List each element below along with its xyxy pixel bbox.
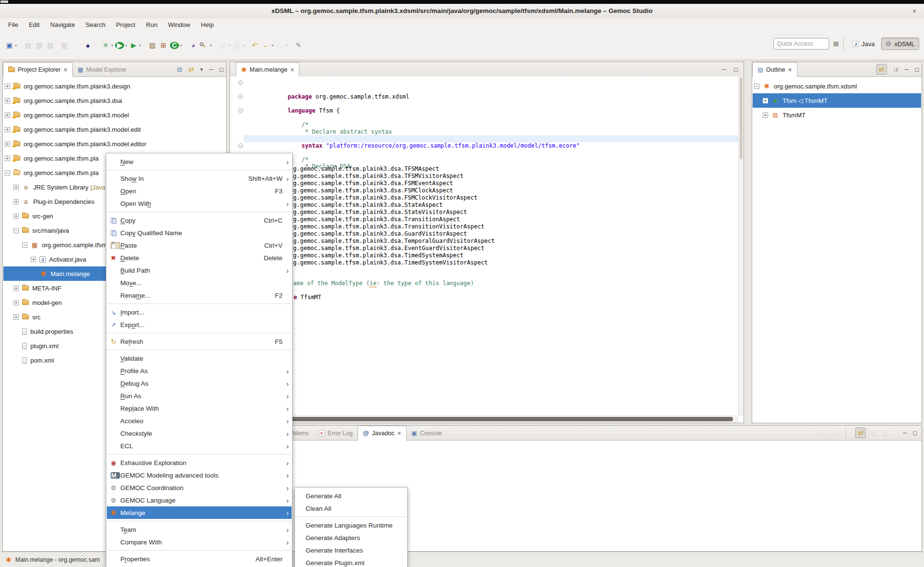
menubar-item[interactable]: File [3, 20, 24, 30]
toolbar-button[interactable]: ▨ ▾ [147, 39, 158, 51]
menu-item[interactable]: ✖ Delete Delete › [107, 252, 292, 264]
menubar-item[interactable]: Run [141, 20, 163, 30]
toolbar-button[interactable]: ▤ ▾ [23, 39, 34, 51]
quick-access-input[interactable] [773, 38, 829, 50]
toolbar-button[interactable]: ▶ ▾ [128, 39, 142, 51]
tree-expander-icon[interactable]: + [13, 199, 19, 204]
menu-item[interactable]: Copy Ctrl+C › [107, 214, 292, 227]
menu-item[interactable]: New › [107, 155, 292, 168]
tree-item[interactable]: + org.gemoc.sample.tfsm.plaink3.dsa [3, 93, 226, 108]
tree-expander-icon[interactable]: − [5, 170, 10, 176]
dropdown-icon[interactable]: ▾ [271, 43, 273, 48]
fold-minus-icon[interactable]: − [238, 94, 243, 99]
toolbar-button[interactable]: ▣ ▾ [4, 39, 18, 51]
view-toolbar-button[interactable]: ⊟ [177, 66, 182, 73]
view-tab[interactable]: @ Javadoc × [358, 426, 407, 441]
perspective-button[interactable]: ⚙ xDSML [881, 38, 919, 50]
scrollbar-thumb[interactable] [740, 77, 743, 159]
dropdown-icon[interactable]: ▾ [229, 43, 231, 48]
toolbar-button[interactable]: ▶ ▾ [114, 39, 128, 51]
scrollbar-thumb[interactable] [236, 417, 733, 421]
menu-item[interactable]: Properties Alt+Enter › [107, 553, 292, 565]
view-toolbar-button[interactable]: ↓z [893, 66, 898, 72]
menu-item[interactable]: Clean All › [295, 502, 407, 515]
menu-item[interactable]: M GEMOC Modeling advanced tools › [107, 469, 292, 481]
close-icon[interactable]: × [398, 429, 401, 437]
view-toolbar-button[interactable]: ⇄ [855, 428, 866, 438]
menu-item[interactable]: Open F3 › [107, 185, 292, 197]
toolbar-button[interactable]: ⊞ ▾ [158, 39, 169, 51]
fold-minus-icon[interactable]: − [238, 143, 243, 148]
toolbar-button[interactable]: ✳ ▾ [100, 39, 114, 51]
tree-item[interactable]: + ◆ Tfsm ◁ TfsmMT [753, 93, 921, 108]
menu-item[interactable]: Acceleo › [107, 415, 292, 427]
tree-expander-icon[interactable]: + [13, 214, 19, 219]
view-tab[interactable]: ▣ Console × [407, 426, 447, 440]
menu-item[interactable]: Run As › [107, 390, 292, 402]
dropdown-icon[interactable]: ▾ [125, 43, 127, 48]
vertical-scrollbar[interactable] [738, 76, 744, 416]
tree-expander-icon[interactable]: + [5, 84, 10, 89]
tree-expander-icon[interactable]: + [13, 185, 19, 190]
menu-item[interactable]: Generate Adapters › [295, 531, 407, 544]
view-toolbar-button[interactable]: ⇄ [876, 64, 887, 75]
view-toolbar-button[interactable]: □ [915, 66, 919, 73]
menu-item[interactable]: Debug As › [107, 377, 292, 390]
toolbar-button[interactable]: ▤ ▾ [45, 39, 56, 51]
toolbar-button[interactable]: ▧ ▾ [34, 39, 45, 51]
dropdown-icon[interactable]: ▾ [15, 43, 17, 48]
menu-item[interactable]: Generate Plugin.xml › [295, 556, 407, 567]
tree-item[interactable]: + ▤ TfsmMT [753, 108, 921, 122]
menubar-item[interactable]: Window [163, 20, 195, 30]
menu-item[interactable]: Move... › [107, 277, 292, 289]
view-toolbar-button[interactable]: → [829, 429, 836, 437]
dropdown-icon[interactable]: ▾ [180, 43, 182, 48]
menu-item[interactable]: ↻ Refresh F5 › [107, 335, 292, 348]
tree-item[interactable]: + org.gemoc.sample.tfsm.plaink3.model.ed… [3, 137, 226, 151]
tree-expander-icon[interactable]: + [763, 98, 768, 103]
menu-item[interactable]: ↘ Import... › [107, 306, 292, 318]
menu-item[interactable]: Generate All › [295, 490, 407, 502]
tree-item[interactable]: + org.gemoc.sample.tfsm.plaink3.model [3, 108, 226, 122]
outline-tab[interactable]: ▤ Outline × [752, 62, 797, 77]
code-editor[interactable]: − package org.gemoc.sample.tfsm.xdsml − … [230, 76, 744, 423]
toolbar-button[interactable]: ▒ ▾ [218, 39, 231, 51]
dropdown-icon[interactable]: ▾ [285, 43, 287, 48]
close-icon[interactable]: × [912, 4, 916, 18]
perspective-button[interactable]: J Java [848, 38, 879, 50]
tree-expander-icon[interactable]: + [31, 257, 36, 262]
tree-item[interactable]: + org.gemoc.sample.tfsm.plaink3.design [3, 79, 226, 93]
close-icon[interactable]: × [290, 66, 294, 74]
view-toolbar-button[interactable]: ← [816, 429, 823, 437]
menu-item[interactable]: Compare With › [107, 536, 292, 548]
close-icon[interactable]: × [64, 66, 67, 74]
menu-item[interactable]: Generate Interfaces › [295, 544, 407, 556]
toolbar-button[interactable]: ◕ ▾ [188, 39, 199, 51]
toolbar-button[interactable]: ← ▾ [260, 39, 274, 51]
menu-item[interactable]: Profile As › [107, 365, 292, 377]
view-tab[interactable]: × Error Log × [314, 426, 358, 440]
menubar-item[interactable]: Project [111, 20, 141, 30]
tree-expander-icon[interactable]: + [763, 113, 768, 118]
tree-expander-icon[interactable]: − [754, 84, 759, 89]
maximize-icon[interactable]: □ [734, 66, 738, 73]
tree-expander-icon[interactable]: − [22, 242, 27, 248]
menu-item[interactable]: ⚙ GEMOC Language › [107, 494, 292, 506]
menu-item[interactable]: ↗ Export... › [107, 318, 292, 331]
menubar-item[interactable]: Edit [24, 20, 45, 30]
toolbar-button[interactable]: → ▾ [274, 39, 288, 51]
view-toolbar-button[interactable]: ▒ [872, 429, 876, 437]
tree-expander-icon[interactable]: + [5, 113, 10, 118]
menubar-item[interactable]: Navigate [45, 20, 80, 30]
tree-expander-icon[interactable]: + [5, 141, 10, 147]
view-toolbar-button[interactable]: ─ [209, 66, 214, 73]
menubar-item[interactable]: Search [80, 20, 111, 30]
view-toolbar-button[interactable]: ─ [905, 66, 909, 73]
view-tab[interactable]: ▦ Model Explorer × [73, 63, 131, 76]
view-tab[interactable]: Project Explorer × [3, 62, 73, 77]
toolbar-button[interactable]: ▾ [199, 39, 213, 51]
dropdown-icon[interactable]: ▾ [243, 43, 244, 48]
dropdown-icon[interactable]: ▾ [139, 43, 141, 48]
menu-item[interactable]: Build Path › [107, 264, 292, 277]
tree-expander-icon[interactable]: + [5, 127, 10, 132]
